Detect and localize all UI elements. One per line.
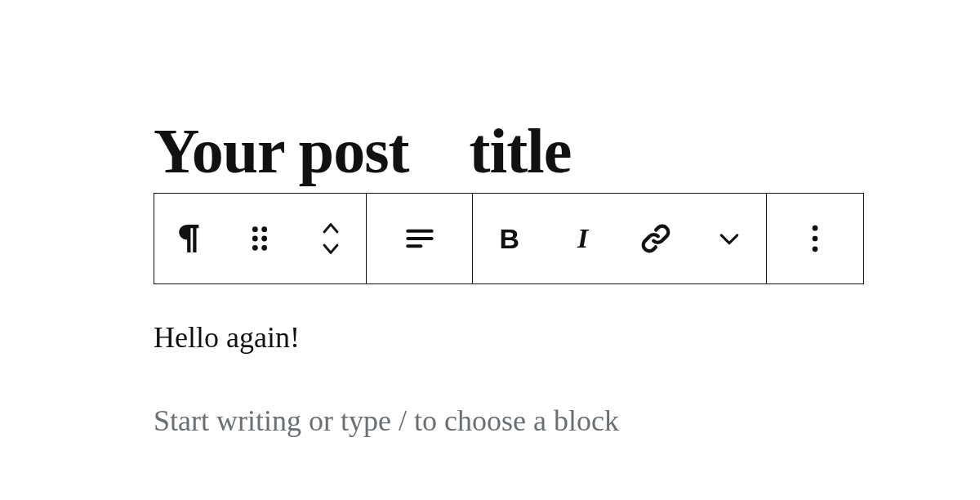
svg-point-0 <box>252 226 258 232</box>
svg-point-3 <box>262 236 268 242</box>
empty-block-placeholder[interactable]: Start writing or type / to choose a bloc… <box>154 404 866 438</box>
toolbar-group-align <box>367 194 473 283</box>
block-options-icon[interactable] <box>789 212 841 265</box>
align-icon[interactable] <box>394 212 446 265</box>
toolbar-group-format: B I <box>473 194 767 283</box>
more-formatting-chevron-icon[interactable] <box>703 212 755 265</box>
svg-point-2 <box>252 236 258 242</box>
svg-point-4 <box>252 245 258 251</box>
block-editor: Your post title <box>0 0 980 438</box>
svg-point-1 <box>262 226 268 232</box>
link-icon <box>638 221 674 257</box>
move-up-down-icon[interactable] <box>305 212 357 265</box>
block-toolbar: B I <box>154 193 864 284</box>
drag-handle-icon[interactable] <box>234 212 286 265</box>
svg-point-5 <box>262 245 268 251</box>
bold-label: B <box>500 223 520 255</box>
svg-point-10 <box>813 236 818 242</box>
svg-point-9 <box>813 225 818 231</box>
link-button[interactable] <box>630 212 682 265</box>
italic-label: I <box>577 223 588 254</box>
bold-button[interactable]: B <box>483 212 536 265</box>
toolbar-group-options <box>767 194 863 283</box>
post-title[interactable]: Your post title <box>154 114 866 188</box>
italic-button[interactable]: I <box>557 212 609 265</box>
svg-point-11 <box>813 247 818 252</box>
toolbar-group-block <box>154 194 367 283</box>
paragraph-block-icon[interactable] <box>163 212 216 265</box>
paragraph-block[interactable]: Hello again! <box>154 320 866 355</box>
